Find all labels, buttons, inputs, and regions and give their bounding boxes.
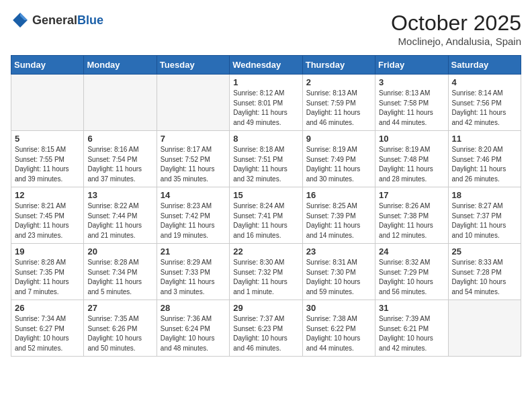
- day-number: 24: [379, 246, 444, 257]
- calendar-cell: 13Sunrise: 8:22 AMSunset: 7:44 PMDayligh…: [84, 187, 157, 244]
- day-info: Sunrise: 8:31 AMSunset: 7:30 PMDaylight:…: [306, 258, 371, 297]
- calendar-cell: 14Sunrise: 8:23 AMSunset: 7:42 PMDayligh…: [157, 187, 229, 244]
- day-info: Sunrise: 8:26 AMSunset: 7:38 PMDaylight:…: [379, 201, 444, 240]
- day-number: 17: [379, 190, 444, 200]
- header-saturday: Saturday: [448, 56, 521, 75]
- calendar-cell: [157, 75, 229, 131]
- calendar-cell: [84, 75, 157, 131]
- day-number: 7: [161, 134, 226, 144]
- calendar-cell: 17Sunrise: 8:26 AMSunset: 7:38 PMDayligh…: [375, 187, 448, 244]
- day-number: 19: [15, 246, 80, 257]
- day-info: Sunrise: 7:34 AMSunset: 6:27 PMDaylight:…: [15, 314, 80, 353]
- calendar-cell: 4Sunrise: 8:14 AMSunset: 7:56 PMDaylight…: [448, 75, 521, 131]
- calendar-week-row: 19Sunrise: 8:28 AMSunset: 7:35 PMDayligh…: [11, 244, 521, 300]
- calendar-cell: 15Sunrise: 8:24 AMSunset: 7:41 PMDayligh…: [230, 187, 302, 244]
- day-info: Sunrise: 7:39 AMSunset: 6:21 PMDaylight:…: [379, 314, 444, 353]
- day-info: Sunrise: 8:19 AMSunset: 7:48 PMDaylight:…: [379, 145, 444, 184]
- day-number: 3: [379, 77, 444, 87]
- calendar-cell: 18Sunrise: 8:27 AMSunset: 7:37 PMDayligh…: [448, 187, 521, 244]
- location-title: Moclinejo, Andalusia, Spain: [391, 36, 521, 47]
- logo-icon: [11, 11, 30, 30]
- calendar-cell: 2Sunrise: 8:13 AMSunset: 7:59 PMDaylight…: [302, 75, 375, 131]
- day-info: Sunrise: 8:19 AMSunset: 7:49 PMDaylight:…: [306, 145, 371, 184]
- calendar-cell: 9Sunrise: 8:19 AMSunset: 7:49 PMDaylight…: [302, 131, 375, 187]
- day-info: Sunrise: 8:20 AMSunset: 7:46 PMDaylight:…: [452, 145, 517, 184]
- header-friday: Friday: [375, 56, 448, 75]
- calendar-cell: 23Sunrise: 8:31 AMSunset: 7:30 PMDayligh…: [302, 244, 375, 300]
- day-info: Sunrise: 8:22 AMSunset: 7:44 PMDaylight:…: [87, 201, 152, 240]
- calendar-cell: 25Sunrise: 8:33 AMSunset: 7:28 PMDayligh…: [448, 244, 521, 300]
- logo: GeneralBlue: [11, 11, 103, 30]
- calendar-cell: 10Sunrise: 8:19 AMSunset: 7:48 PMDayligh…: [375, 131, 448, 187]
- page-header: GeneralBlue October 2025 Moclinejo, Anda…: [11, 11, 521, 47]
- day-info: Sunrise: 7:37 AMSunset: 6:23 PMDaylight:…: [233, 314, 298, 353]
- day-info: Sunrise: 7:35 AMSunset: 6:26 PMDaylight:…: [87, 314, 152, 353]
- day-info: Sunrise: 8:18 AMSunset: 7:51 PMDaylight:…: [233, 145, 298, 184]
- day-number: 1: [233, 77, 298, 87]
- calendar-cell: 20Sunrise: 8:28 AMSunset: 7:34 PMDayligh…: [84, 244, 157, 300]
- day-info: Sunrise: 8:23 AMSunset: 7:42 PMDaylight:…: [161, 201, 226, 240]
- day-number: 30: [306, 303, 371, 313]
- day-number: 27: [87, 303, 152, 313]
- day-info: Sunrise: 8:32 AMSunset: 7:29 PMDaylight:…: [379, 258, 444, 297]
- day-info: Sunrise: 8:33 AMSunset: 7:28 PMDaylight:…: [452, 258, 517, 297]
- day-info: Sunrise: 8:13 AMSunset: 7:58 PMDaylight:…: [379, 89, 444, 128]
- logo-general-text: General: [32, 13, 77, 27]
- day-number: 21: [161, 246, 226, 257]
- calendar-cell: 16Sunrise: 8:25 AMSunset: 7:39 PMDayligh…: [302, 187, 375, 244]
- day-info: Sunrise: 7:38 AMSunset: 6:22 PMDaylight:…: [306, 314, 371, 353]
- calendar-cell: [11, 75, 84, 131]
- calendar-cell: 21Sunrise: 8:29 AMSunset: 7:33 PMDayligh…: [157, 244, 229, 300]
- day-number: 15: [233, 190, 298, 200]
- calendar-cell: 6Sunrise: 8:16 AMSunset: 7:54 PMDaylight…: [84, 131, 157, 187]
- day-number: 14: [161, 190, 226, 200]
- day-info: Sunrise: 8:29 AMSunset: 7:33 PMDaylight:…: [161, 258, 226, 297]
- day-info: Sunrise: 8:17 AMSunset: 7:52 PMDaylight:…: [161, 145, 226, 184]
- day-number: 13: [87, 190, 152, 200]
- calendar-week-row: 26Sunrise: 7:34 AMSunset: 6:27 PMDayligh…: [11, 300, 521, 357]
- calendar-cell: 27Sunrise: 7:35 AMSunset: 6:26 PMDayligh…: [84, 300, 157, 357]
- day-info: Sunrise: 8:14 AMSunset: 7:56 PMDaylight:…: [452, 89, 517, 128]
- title-block: October 2025 Moclinejo, Andalusia, Spain: [391, 11, 521, 47]
- day-info: Sunrise: 8:28 AMSunset: 7:35 PMDaylight:…: [15, 258, 80, 297]
- day-info: Sunrise: 8:13 AMSunset: 7:59 PMDaylight:…: [306, 89, 371, 128]
- day-number: 5: [15, 134, 80, 144]
- day-number: 20: [87, 246, 152, 257]
- calendar-cell: 29Sunrise: 7:37 AMSunset: 6:23 PMDayligh…: [230, 300, 302, 357]
- day-number: 9: [306, 134, 371, 144]
- day-number: 6: [87, 134, 152, 144]
- day-number: 25: [452, 246, 517, 257]
- day-number: 18: [452, 190, 517, 200]
- header-wednesday: Wednesday: [230, 56, 302, 75]
- header-monday: Monday: [84, 56, 157, 75]
- day-number: 4: [452, 77, 517, 87]
- day-info: Sunrise: 8:30 AMSunset: 7:32 PMDaylight:…: [233, 258, 298, 297]
- calendar-cell: 22Sunrise: 8:30 AMSunset: 7:32 PMDayligh…: [230, 244, 302, 300]
- day-number: 28: [161, 303, 226, 313]
- day-info: Sunrise: 8:27 AMSunset: 7:37 PMDaylight:…: [452, 201, 517, 240]
- calendar-cell: 31Sunrise: 7:39 AMSunset: 6:21 PMDayligh…: [375, 300, 448, 357]
- day-number: 11: [452, 134, 517, 144]
- calendar-cell: 8Sunrise: 8:18 AMSunset: 7:51 PMDaylight…: [230, 131, 302, 187]
- day-number: 10: [379, 134, 444, 144]
- calendar-cell: 3Sunrise: 8:13 AMSunset: 7:58 PMDaylight…: [375, 75, 448, 131]
- day-number: 26: [15, 303, 80, 313]
- calendar-cell: 28Sunrise: 7:36 AMSunset: 6:24 PMDayligh…: [157, 300, 229, 357]
- day-number: 12: [15, 190, 80, 200]
- calendar-header-row: SundayMondayTuesdayWednesdayThursdayFrid…: [11, 56, 521, 75]
- calendar-cell: 26Sunrise: 7:34 AMSunset: 6:27 PMDayligh…: [11, 300, 84, 357]
- calendar-cell: 7Sunrise: 8:17 AMSunset: 7:52 PMDaylight…: [157, 131, 229, 187]
- calendar-cell: [448, 300, 521, 357]
- calendar-week-row: 1Sunrise: 8:12 AMSunset: 8:01 PMDaylight…: [11, 75, 521, 131]
- header-tuesday: Tuesday: [157, 56, 229, 75]
- calendar-cell: 12Sunrise: 8:21 AMSunset: 7:45 PMDayligh…: [11, 187, 84, 244]
- calendar-cell: 5Sunrise: 8:15 AMSunset: 7:55 PMDaylight…: [11, 131, 84, 187]
- header-thursday: Thursday: [302, 56, 375, 75]
- day-number: 23: [306, 246, 371, 257]
- day-info: Sunrise: 7:36 AMSunset: 6:24 PMDaylight:…: [161, 314, 226, 353]
- calendar-week-row: 12Sunrise: 8:21 AMSunset: 7:45 PMDayligh…: [11, 187, 521, 244]
- day-info: Sunrise: 8:24 AMSunset: 7:41 PMDaylight:…: [233, 201, 298, 240]
- day-info: Sunrise: 8:25 AMSunset: 7:39 PMDaylight:…: [306, 201, 371, 240]
- day-info: Sunrise: 8:12 AMSunset: 8:01 PMDaylight:…: [233, 89, 298, 128]
- calendar-cell: 1Sunrise: 8:12 AMSunset: 8:01 PMDaylight…: [230, 75, 302, 131]
